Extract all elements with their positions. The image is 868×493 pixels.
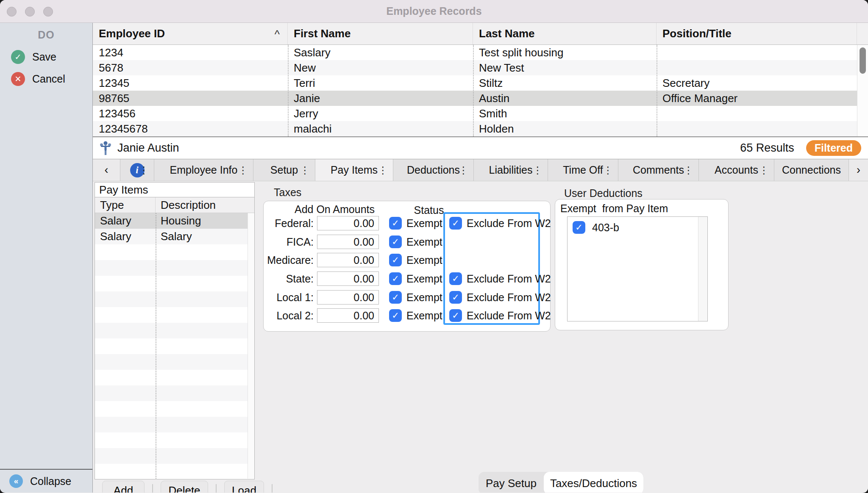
exempt-checkbox-state[interactable]: ✓ — [389, 272, 402, 285]
pay-items-column-type[interactable]: Type — [95, 197, 156, 213]
tab-comments[interactable]: Comments⋮ — [618, 159, 699, 181]
cancel-button[interactable]: ✕ Cancel — [11, 71, 65, 87]
pay-item-empty-row[interactable] — [95, 244, 254, 260]
deduction-checkbox-403-b[interactable]: ✓ — [573, 221, 585, 234]
amount-input-medicare[interactable] — [317, 253, 379, 267]
employee-row[interactable]: 98765JanieAustinOffice Manager — [93, 91, 868, 106]
pay-item-empty-row[interactable] — [95, 401, 254, 417]
exempt-checkbox-medicare[interactable]: ✓ — [389, 254, 402, 266]
tab-deductions[interactable]: Deductions⋮ — [393, 159, 474, 181]
pay-item-empty-row[interactable] — [95, 370, 254, 385]
pay-items-scrollbar[interactable] — [248, 213, 254, 479]
exclude-w2-checkbox-local-1[interactable]: ✓ — [449, 291, 462, 304]
pay-item-empty-row[interactable] — [95, 276, 254, 291]
kebab-menu-icon[interactable]: ⋮ — [759, 164, 769, 176]
pay-item-empty-row[interactable] — [95, 323, 254, 338]
employee-cell-last: Austin — [473, 91, 657, 106]
pay-item-empty-row[interactable] — [95, 291, 254, 307]
employee-row[interactable]: 12345TerriStiltzSecretary — [93, 75, 868, 91]
tab-liabilities[interactable]: Liabilities⋮ — [474, 159, 548, 181]
column-header-first-name[interactable]: First Name — [288, 23, 473, 44]
pay-item-empty-row[interactable] — [95, 448, 254, 464]
pay-item-empty-row[interactable] — [95, 417, 254, 432]
column-header-employee-id[interactable]: Employee ID ^ — [93, 23, 288, 44]
exclude-w2-checkbox-local-2[interactable]: ✓ — [449, 309, 462, 322]
kebab-menu-icon[interactable]: ⋮ — [684, 164, 693, 176]
tabs-scroll-left-button[interactable]: ‹ — [93, 159, 120, 181]
tab-setup[interactable]: Setup⋮ — [253, 159, 315, 181]
exclude-w2-option-local-2: ✓Exclude From W2 — [449, 306, 551, 325]
employee-cell-last: Stiltz — [473, 75, 657, 91]
tab-employee-info[interactable]: Employee Info⋮ — [154, 159, 253, 181]
tax-row-federal: Federal:✓Exempt✓Exclude From W2 — [264, 214, 550, 233]
exempt-option-fica: ✓Exempt — [389, 233, 442, 251]
exempt-label: Exempt — [406, 291, 442, 304]
load-button[interactable]: Load — [224, 481, 264, 493]
employee-cell-first: New — [288, 60, 473, 75]
pay-item-empty-row[interactable] — [95, 338, 254, 354]
exempt-checkbox-local-2[interactable]: ✓ — [389, 309, 402, 322]
employee-row[interactable]: 12345678malachiHolden — [93, 121, 868, 136]
pay-item-type: Salary — [95, 229, 156, 244]
kebab-menu-icon[interactable]: ⋮ — [603, 164, 613, 176]
bottom-tab-taxes-deductions[interactable]: Taxes/Deductions — [544, 472, 643, 493]
bottom-tab-pay-setup[interactable]: Pay Setup — [479, 472, 544, 493]
employee-row[interactable]: 1234SaslaryTest split housing — [93, 45, 868, 60]
amount-input-state[interactable] — [317, 271, 379, 286]
tab-pay-items[interactable]: Pay Items⋮ — [315, 159, 393, 181]
kebab-menu-icon[interactable]: ⋮ — [139, 164, 149, 176]
save-button[interactable]: ✓ Save — [11, 49, 56, 65]
employee-row[interactable]: 5678NewNew Test — [93, 60, 868, 75]
pay-item-empty-row[interactable] — [95, 464, 254, 479]
amount-input-local-2[interactable] — [317, 308, 379, 323]
exempt-checkbox-fica[interactable]: ✓ — [389, 235, 402, 248]
amount-input-fica[interactable] — [317, 235, 379, 249]
exempt-from-pay-item-label: Exempt from Pay Item — [560, 202, 668, 215]
pay-item-empty-row[interactable] — [95, 260, 254, 276]
employee-person-icon — [100, 141, 111, 156]
pay-item-row[interactable]: SalarySalary — [95, 229, 254, 244]
column-header-last-name[interactable]: Last Name — [473, 23, 657, 44]
kebab-menu-icon[interactable]: ⋮ — [459, 164, 468, 176]
table-scrollbar[interactable] — [857, 45, 868, 136]
delete-button[interactable]: Delete — [161, 481, 208, 493]
tab-connections[interactable]: Connections — [774, 159, 849, 181]
pay-items-column-description[interactable]: Description — [156, 197, 254, 213]
amount-input-federal[interactable] — [317, 216, 379, 230]
tax-row-fica: FICA:✓Exempt — [264, 233, 550, 251]
kebab-menu-icon[interactable]: ⋮ — [238, 164, 248, 176]
pay-item-empty-row[interactable] — [95, 307, 254, 323]
window-title: Employee Records — [386, 5, 481, 17]
deductions-list-scrollbar[interactable] — [698, 217, 707, 321]
kebab-menu-icon[interactable]: ⋮ — [300, 164, 310, 176]
tab-time-off[interactable]: Time Off⋮ — [548, 159, 618, 181]
exclude-w2-checkbox-federal[interactable]: ✓ — [449, 217, 462, 230]
exclude-w2-checkbox-state[interactable]: ✓ — [449, 272, 462, 285]
tab-accounts[interactable]: Accounts⋮ — [699, 159, 774, 181]
kebab-menu-icon[interactable]: ⋮ — [533, 164, 542, 176]
collapse-button[interactable]: « Collapse — [0, 469, 92, 493]
pay-items-panel-title: Pay Items — [95, 183, 254, 197]
deduction-item[interactable]: ✓403-b — [568, 217, 707, 234]
filtered-badge[interactable]: Filtered — [806, 140, 861, 156]
employee-cell-first: malachi — [288, 121, 473, 136]
tab-info[interactable]: i ⋮ — [120, 159, 154, 181]
pay-item-empty-row[interactable] — [95, 354, 254, 370]
pay-item-empty-row[interactable] — [95, 385, 254, 401]
tabs-scroll-right-button[interactable]: › — [849, 159, 868, 181]
add-button[interactable]: Add — [102, 481, 145, 493]
close-window-button[interactable] — [7, 7, 17, 17]
column-header-position[interactable]: Position/Title — [657, 23, 857, 44]
table-scrollbar-thumb[interactable] — [860, 47, 866, 74]
zoom-window-button[interactable] — [43, 7, 53, 17]
pay-item-row[interactable]: SalaryHousing — [95, 213, 254, 229]
kebab-menu-icon[interactable]: ⋮ — [378, 164, 388, 176]
minimize-window-button[interactable] — [25, 7, 35, 17]
pay-item-empty-row[interactable] — [95, 432, 254, 448]
employee-row[interactable]: 123456JerrySmith — [93, 106, 868, 121]
exempt-checkbox-federal[interactable]: ✓ — [389, 217, 402, 230]
employee-cell-position — [657, 45, 868, 60]
amount-input-local-1[interactable] — [317, 290, 379, 305]
exempt-checkbox-local-1[interactable]: ✓ — [389, 291, 402, 304]
content-area: Employee ID ^ First Name Last Name Posit… — [93, 23, 868, 493]
